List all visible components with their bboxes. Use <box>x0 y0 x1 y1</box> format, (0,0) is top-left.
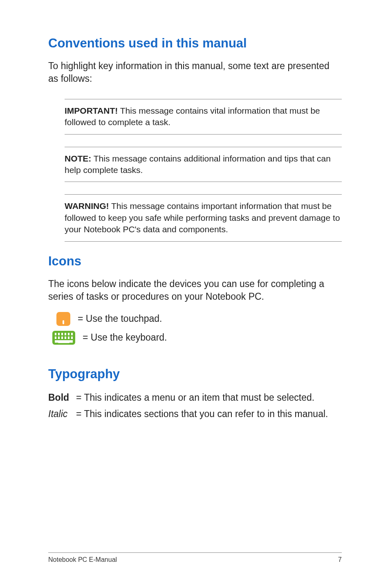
icons-description: The icons below indicate the devices you… <box>48 278 342 303</box>
footer-title: Notebook PC E-Manual <box>48 556 117 563</box>
callout-warning: WARNING! This message contains important… <box>65 194 342 241</box>
icon-row-touchpad: = Use the touchpad. <box>48 312 342 326</box>
callout-warning-label: WARNING! <box>65 201 109 211</box>
icon-row-keyboard: = Use the keyboard. <box>48 331 342 345</box>
typography-italic-label: Italic <box>48 407 76 421</box>
callout-note: NOTE: This message contains additional i… <box>65 147 342 182</box>
callout-important: IMPORTANT! This message contains vital i… <box>65 99 342 135</box>
touchpad-icon <box>48 312 70 326</box>
typography-italic-text: = This indicates sections that you can r… <box>76 407 328 421</box>
typography-bold-label: Bold <box>48 391 76 405</box>
page-footer: Notebook PC E-Manual 7 <box>48 552 342 563</box>
keyboard-text: = Use the keyboard. <box>83 332 167 343</box>
callout-important-label: IMPORTANT! <box>65 106 118 115</box>
callout-note-label: NOTE: <box>65 154 91 163</box>
callout-note-text: This message contains additional informa… <box>65 154 331 175</box>
footer-page-number: 7 <box>338 556 342 563</box>
heading-icons: Icons <box>48 254 342 269</box>
touchpad-text: = Use the touchpad. <box>78 313 162 324</box>
typography-bold-text: = This indicates a menu or an item that … <box>76 391 314 405</box>
typography-italic-row: Italic = This indicates sections that yo… <box>48 407 342 421</box>
keyboard-icon <box>48 331 75 345</box>
heading-typography: Typography <box>48 367 342 382</box>
manual-page: Conventions used in this manual To highl… <box>0 0 390 588</box>
intro-text: To highlight key information in this man… <box>48 60 342 85</box>
typography-bold-row: Bold = This indicates a menu or an item … <box>48 391 342 405</box>
heading-conventions: Conventions used in this manual <box>48 36 342 51</box>
